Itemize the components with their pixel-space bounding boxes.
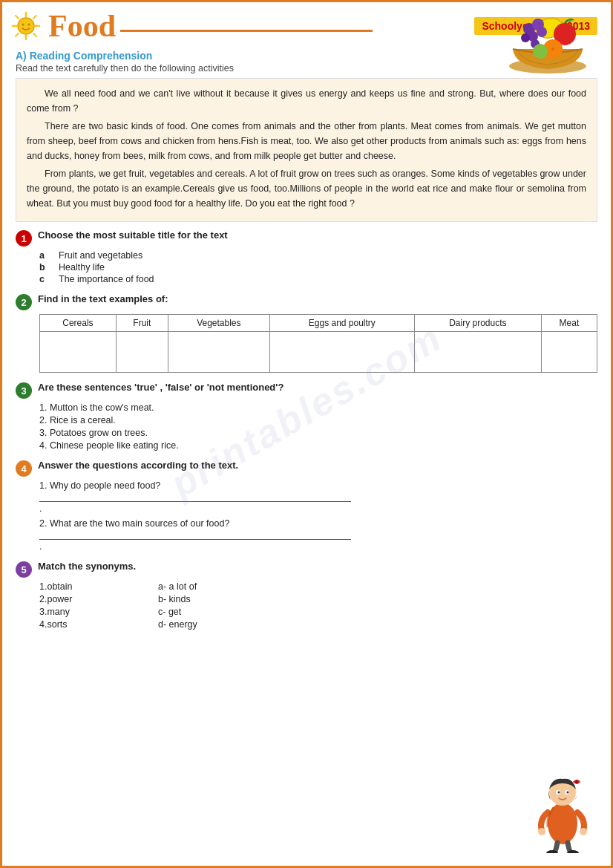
question-2: 2 Find in the text examples of: Cereals …: [16, 293, 597, 373]
sentence-4: 4. Chinese people like eating rice.: [39, 440, 597, 451]
q4-answer-dot-1: .: [39, 503, 42, 514]
synonym-row-4: 4.sorts d- energy: [39, 619, 597, 630]
svg-point-32: [575, 780, 579, 784]
svg-point-21: [533, 44, 548, 59]
questions-section: 1 Choose the most suitable title for the…: [2, 229, 611, 630]
svg-point-27: [567, 792, 569, 794]
q4-q1-text: 1. Why do people need food?: [39, 480, 160, 491]
syn-left-4: 4.sorts: [39, 619, 99, 630]
q3-text: Are these sentences 'true' , 'false' or …: [38, 382, 283, 393]
q2-number: 2: [16, 294, 32, 310]
syn-left-3: 3.many: [39, 607, 99, 617]
syn-right-2: b- kinds: [158, 594, 232, 604]
reading-paragraph-3: From plants, we get fruit, vegetables an…: [27, 166, 586, 211]
q4-answer-line-2: [39, 539, 351, 540]
q1-header: 1 Choose the most suitable title for the…: [16, 229, 597, 247]
reading-paragraph-1: We all need food and we can't live witho…: [27, 86, 586, 116]
q1-text: Choose the most suitable title for the t…: [38, 229, 228, 241]
title-food: Food: [48, 8, 373, 44]
syn-right-4: d- energy: [158, 619, 232, 630]
choice-a: a Fruit and vegetables: [39, 250, 597, 261]
q4-q2: 2. What are the two main sources of our …: [39, 518, 597, 552]
food-categories-table: Cereals Fruit Vegetables Eggs and poultr…: [39, 314, 597, 373]
q4-q1: 1. Why do people need food? .: [39, 480, 597, 514]
choice-a-text: Fruit and vegetables: [59, 250, 142, 261]
q3-number: 3: [16, 382, 32, 399]
svg-point-26: [558, 792, 560, 794]
q2-header: 2 Find in the text examples of:: [16, 293, 597, 310]
sentence-1: 1. Mutton is the cow's meat.: [39, 402, 597, 413]
synonym-row-1: 1.obtain a- a lot of: [39, 581, 597, 592]
q5-number: 5: [16, 561, 32, 578]
svg-point-20: [551, 48, 554, 50]
sentence-2: 2. Rice is a cereal.: [39, 415, 597, 425]
svg-line-6: [33, 33, 36, 36]
choice-c: c The importance of food: [39, 274, 597, 284]
svg-point-15: [537, 27, 547, 37]
q4-header: 4 Answer the questions according to the …: [16, 460, 597, 477]
choice-b-letter: b: [39, 262, 51, 273]
col-eggs: Eggs and poultry: [269, 315, 414, 332]
q5-synonyms: 1.obtain a- a lot of 2.power b- kinds 3.…: [39, 581, 597, 630]
syn-left-2: 2.power: [39, 594, 99, 604]
choice-a-letter: a: [39, 250, 51, 261]
q1-choices: a Fruit and vegetables b Healthy life c …: [39, 250, 597, 284]
question-1: 1 Choose the most suitable title for the…: [16, 229, 597, 284]
svg-point-10: [28, 24, 30, 26]
reading-text-box: We all need food and we can't live witho…: [16, 78, 597, 222]
q3-header: 3 Are these sentences 'true' , 'false' o…: [16, 382, 597, 399]
choice-b-text: Healthy life: [59, 262, 105, 273]
col-fruit: Fruit: [116, 315, 168, 332]
col-cereals: Cereals: [40, 315, 117, 332]
synonym-row-2: 2.power b- kinds: [39, 594, 597, 604]
svg-point-29: [580, 828, 587, 835]
syn-left-1: 1.obtain: [39, 581, 99, 592]
choice-b: b Healthy life: [39, 262, 597, 273]
synonym-row-3: 3.many c- get: [39, 607, 597, 617]
question-5: 5 Match the synonyms. 1.obtain a- a lot …: [16, 561, 597, 630]
q4-answers: 1. Why do people need food? . 2. What ar…: [39, 480, 597, 552]
svg-line-7: [33, 16, 36, 19]
question-3: 3 Are these sentences 'true' , 'false' o…: [16, 382, 597, 451]
sentence-3: 3. Potatoes grow on trees.: [39, 428, 597, 438]
fruit-basket-image: [499, 8, 596, 76]
q5-text: Match the synonyms.: [38, 561, 136, 572]
sun-icon: [10, 10, 42, 42]
q4-answer-dot-2: .: [39, 541, 42, 552]
table-data-row: [40, 332, 597, 373]
question-4: 4 Answer the questions according to the …: [16, 460, 597, 552]
q1-number: 1: [16, 230, 32, 247]
cell-dairy: [414, 332, 541, 373]
col-meat: Meat: [541, 315, 597, 332]
choice-c-letter: c: [39, 274, 51, 284]
cell-vegetables: [168, 332, 269, 373]
syn-right-3: c- get: [158, 607, 232, 617]
q2-text: Find in the text examples of:: [38, 293, 168, 304]
svg-line-5: [16, 16, 19, 19]
cell-meat: [541, 332, 597, 373]
cell-cereals: [40, 332, 117, 373]
syn-right-1: a- a lot of: [158, 581, 232, 592]
q5-header: 5 Match the synonyms.: [16, 561, 597, 578]
svg-point-0: [18, 18, 34, 34]
svg-line-8: [16, 33, 19, 36]
svg-point-9: [22, 24, 24, 26]
student-illustration: [531, 764, 594, 855]
table-header-row: Cereals Fruit Vegetables Eggs and poultr…: [40, 315, 597, 332]
q4-answer-line-1: [39, 501, 351, 502]
reading-paragraph-2: There are two basic kinds of food. One c…: [27, 119, 586, 163]
cell-fruit: [116, 332, 168, 373]
q3-sentences: 1. Mutton is the cow's meat. 2. Rice is …: [39, 402, 597, 451]
choice-c-text: The importance of food: [59, 274, 154, 284]
col-dairy: Dairy products: [414, 315, 541, 332]
svg-point-16: [521, 33, 530, 42]
cell-eggs: [269, 332, 414, 373]
q4-number: 4: [16, 460, 32, 477]
q4-q2-text: 2. What are the two main sources of our …: [39, 518, 229, 529]
svg-point-28: [538, 828, 545, 835]
header-left: Food: [10, 8, 373, 44]
col-vegetables: Vegetables: [168, 315, 269, 332]
q4-text: Answer the questions according to the te…: [38, 460, 238, 471]
